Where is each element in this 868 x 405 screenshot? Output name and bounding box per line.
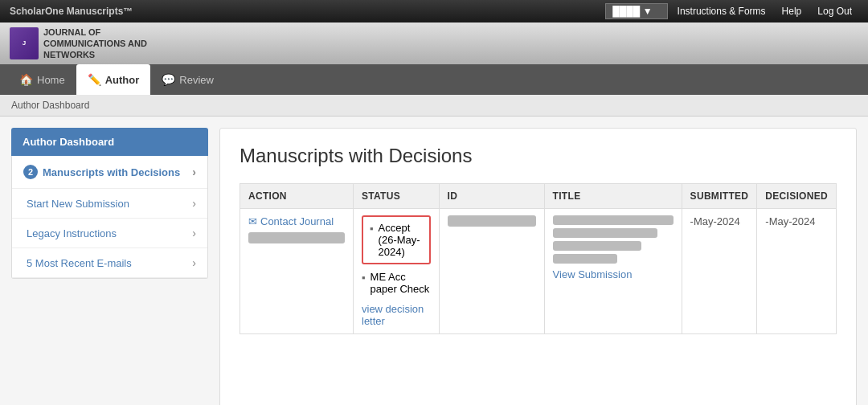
col-submitted: SUBMITTED [682, 184, 757, 209]
help-button[interactable]: Help [776, 3, 809, 19]
home-icon: 🏠 [19, 73, 33, 86]
view-decision-letter-link[interactable]: view decision letter [362, 303, 424, 327]
title-blurred [553, 215, 674, 264]
id-cell [439, 209, 544, 334]
top-nav: ████ ▼ Instructions & Forms Help Log Out [605, 3, 858, 19]
decisions-table: ACTION STATUS ID TITLE SUBMITTED DECISIO… [240, 183, 837, 334]
logo-text: JOURNAL OF COMMUNICATIONS AND NETWORKS [43, 27, 147, 61]
status-accept: ▪ Accept (26-May-2024) [362, 215, 431, 264]
decisioned-cell: -May-2024 [757, 209, 837, 334]
chevron-icon: › [192, 256, 196, 269]
mail-icon: ✉ [248, 215, 257, 227]
chevron-icon: › [192, 197, 196, 210]
title-cell: View Submission [544, 209, 682, 334]
comment-icon: 💬 [162, 73, 175, 86]
app-title: ScholarOne Manuscripts™ [10, 6, 133, 17]
sidebar-item-new-submission[interactable]: Start New Submission › [12, 189, 207, 219]
table-row: ✉ Contact Journal [240, 209, 837, 334]
sidebar-item-recent-emails[interactable]: 5 Most Recent E-mails › [12, 248, 207, 278]
logout-button[interactable]: Log Out [811, 3, 858, 19]
status-me-acc: ▪ ME Acc paper Check [362, 271, 431, 295]
logo: J JOURNAL OF COMMUNICATIONS AND NETWORKS [10, 27, 147, 61]
sidebar-menu: 2 Manuscripts with Decisions › Start New… [11, 156, 208, 279]
decisioned-date: -May-2024 [765, 215, 815, 227]
col-decisioned: DECISIONED [757, 184, 837, 209]
top-bar: ScholarOne Manuscripts™ ████ ▼ Instructi… [0, 0, 868, 22]
contact-journal-link[interactable]: ✉ Contact Journal [248, 215, 345, 227]
user-dropdown[interactable]: ████ ▼ [605, 3, 667, 19]
sidebar-header: Author Dashboard [11, 128, 208, 156]
chevron-icon: › [192, 227, 196, 239]
action-sub-blurred [248, 232, 345, 243]
bullet-icon: ▪ [362, 272, 366, 284]
main-layout: Author Dashboard 2 Manuscripts with Deci… [0, 117, 868, 405]
action-cell: ✉ Contact Journal [240, 209, 354, 334]
bullet-icon: ▪ [370, 223, 374, 235]
chevron-icon: › [192, 166, 196, 178]
col-status: STATUS [354, 184, 440, 209]
col-title: TITLE [544, 184, 682, 209]
sidebar-item-manuscripts[interactable]: 2 Manuscripts with Decisions › [12, 156, 207, 189]
submitted-date: -May-2024 [690, 215, 740, 227]
accept-box: ▪ Accept (26-May-2024) [362, 215, 431, 264]
submitted-cell: -May-2024 [682, 209, 757, 334]
pencil-icon: ✏️ [88, 73, 101, 86]
col-action: ACTION [240, 184, 354, 209]
manuscripts-badge: 2 [23, 165, 38, 179]
tab-home[interactable]: 🏠 Home [8, 64, 76, 95]
tab-review[interactable]: 💬 Review [150, 64, 225, 95]
sidebar-item-legacy-instructions[interactable]: Legacy Instructions › [12, 219, 207, 248]
col-id: ID [439, 184, 544, 209]
main-content: Manuscripts with Decisions ACTION STATUS… [219, 128, 857, 405]
status-list: ▪ Accept (26-May-2024) ▪ ME Acc paper Ch… [362, 215, 431, 295]
logo-icon: J [10, 27, 39, 59]
nav-tabs: 🏠 Home ✏️ Author 💬 Review [0, 64, 868, 95]
breadcrumb: Author Dashboard [0, 95, 868, 117]
tab-author[interactable]: ✏️ Author [76, 64, 151, 95]
page-title: Manuscripts with Decisions [240, 145, 837, 167]
logo-bar: J JOURNAL OF COMMUNICATIONS AND NETWORKS [0, 22, 868, 64]
id-blurred [448, 215, 536, 227]
sidebar: Author Dashboard 2 Manuscripts with Deci… [11, 128, 208, 405]
status-cell: ▪ Accept (26-May-2024) ▪ ME Acc paper Ch… [354, 209, 440, 334]
instructions-forms-button[interactable]: Instructions & Forms [671, 3, 772, 19]
view-submission-link[interactable]: View Submission [553, 268, 674, 280]
